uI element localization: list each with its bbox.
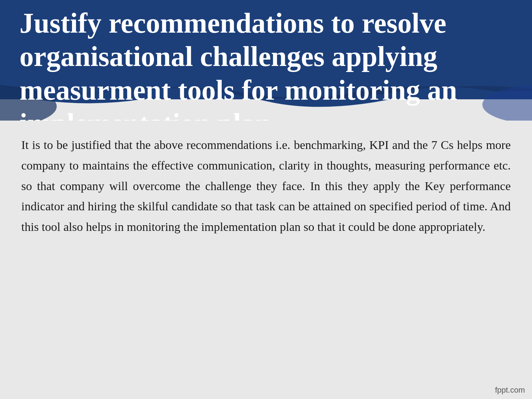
title-line-2: organisational challenges applying bbox=[20, 40, 512, 73]
header-title: Justify recommendations to resolve organ… bbox=[0, 0, 532, 121]
title-line-3: measurment tools for monitoring an bbox=[20, 73, 512, 107]
watermark: fppt.com bbox=[495, 386, 525, 395]
body-content: It is to be justified that the above rec… bbox=[21, 135, 511, 237]
main-paragraph: It is to be justified that the above rec… bbox=[21, 135, 511, 237]
title-line-4: implementation plan bbox=[20, 107, 512, 121]
header-banner: Justify recommendations to resolve organ… bbox=[0, 0, 532, 121]
title-line-1: Justify recommendations to resolve bbox=[20, 6, 512, 40]
